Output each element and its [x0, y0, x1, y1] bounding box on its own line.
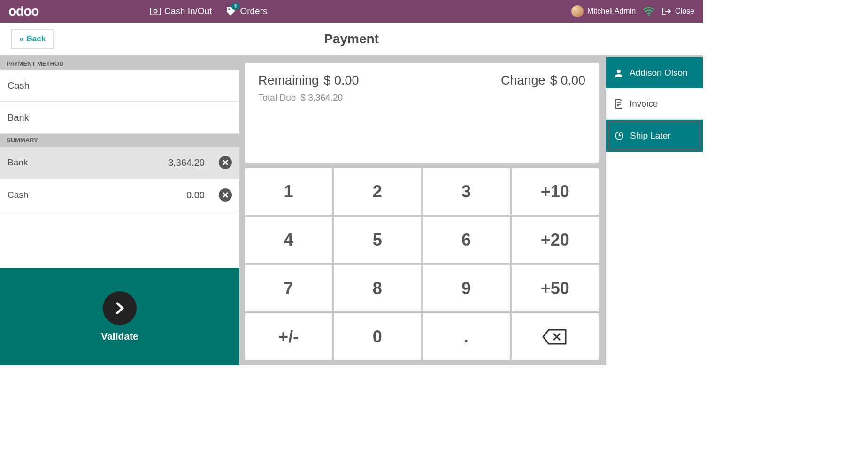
close-button[interactable]: Close	[662, 7, 694, 16]
summary-row-cash[interactable]: Cash 0.00	[0, 179, 239, 211]
user-name-label: Mitchell Admin	[587, 7, 636, 16]
summary-amount: 0.00	[186, 190, 205, 201]
numpad-2[interactable]: 2	[334, 168, 421, 215]
payment-method-header: PAYMENT METHOD	[0, 57, 239, 70]
remaining-label: Remaining	[258, 73, 319, 87]
summary-header: SUMMARY	[0, 134, 239, 147]
sign-out-icon	[662, 7, 671, 16]
subheader: « Back Payment	[0, 23, 703, 57]
summary-label: Bank	[8, 157, 168, 168]
orders-badge: 1	[231, 3, 240, 10]
validate-label: Validate	[101, 331, 138, 342]
avatar	[571, 5, 584, 17]
backspace-icon	[542, 328, 568, 345]
payment-method-bank[interactable]: Bank	[0, 102, 239, 134]
close-icon	[222, 159, 229, 166]
close-icon	[222, 192, 229, 198]
delete-line-button[interactable]	[219, 188, 232, 202]
svg-point-2	[229, 8, 230, 10]
ship-later-button[interactable]: Ship Later	[606, 120, 703, 152]
total-due-label: Total Due	[258, 93, 296, 103]
odoo-logo[interactable]: odoo	[8, 4, 38, 19]
orders-button[interactable]: 1 Orders	[226, 6, 267, 16]
customer-button[interactable]: Addison Olson	[606, 57, 703, 88]
svg-point-4	[617, 70, 621, 73]
back-button[interactable]: « Back	[11, 29, 54, 49]
validate-button[interactable]: Validate	[0, 268, 239, 365]
change-value: $ 0.00	[550, 73, 585, 87]
page-title: Payment	[324, 31, 379, 47]
numpad-9[interactable]: 9	[423, 265, 510, 311]
remaining-value: $ 0.00	[324, 73, 359, 87]
numpad-plus10[interactable]: +10	[512, 168, 599, 215]
ship-later-label: Ship Later	[630, 131, 671, 141]
numpad-3[interactable]: 3	[423, 168, 510, 215]
delete-line-button[interactable]	[219, 156, 232, 169]
payment-status-panel: Remaining $ 0.00 Change $ 0.00 Total Due…	[245, 63, 599, 163]
svg-point-3	[648, 14, 650, 16]
numpad-1[interactable]: 1	[245, 168, 332, 215]
numpad-dot[interactable]: .	[423, 313, 510, 360]
numpad-backspace[interactable]	[512, 313, 599, 360]
numpad-plus20[interactable]: +20	[512, 217, 599, 263]
summary-label: Cash	[8, 190, 186, 200]
back-label: Back	[26, 34, 46, 44]
cash-icon	[150, 8, 161, 15]
document-icon	[615, 99, 623, 109]
chevron-left-icon: «	[19, 34, 23, 44]
chevron-right-icon	[103, 291, 137, 325]
summary-amount: 3,364.20	[168, 157, 205, 168]
numpad-5[interactable]: 5	[334, 217, 421, 263]
orders-icon-wrap: 1	[226, 6, 236, 16]
numpad-6[interactable]: 6	[423, 217, 510, 263]
summary-row-bank[interactable]: Bank 3,364.20	[0, 147, 239, 179]
invoice-label: Invoice	[630, 99, 658, 109]
user-menu[interactable]: Mitchell Admin	[571, 5, 636, 17]
center-column: Remaining $ 0.00 Change $ 0.00 Total Due…	[239, 57, 604, 365]
numpad-4[interactable]: 4	[245, 217, 332, 263]
change-label: Change	[501, 73, 545, 87]
numpad-7[interactable]: 7	[245, 265, 332, 311]
svg-rect-0	[151, 8, 161, 15]
cash-in-out-label: Cash In/Out	[164, 6, 212, 16]
right-column: Addison Olson Invoice Ship Later	[604, 57, 703, 365]
wifi-icon	[643, 7, 654, 16]
svg-point-1	[154, 10, 157, 13]
numpad-plusminus[interactable]: +/-	[245, 313, 332, 360]
main: PAYMENT METHOD Cash Bank SUMMARY Bank 3,…	[0, 57, 703, 365]
left-column: PAYMENT METHOD Cash Bank SUMMARY Bank 3,…	[0, 57, 239, 365]
numpad-0[interactable]: 0	[334, 313, 421, 360]
total-due-value: $ 3,364.20	[300, 93, 343, 103]
invoice-button[interactable]: Invoice	[606, 88, 703, 120]
numpad-8[interactable]: 8	[334, 265, 421, 311]
payment-method-cash[interactable]: Cash	[0, 70, 239, 102]
user-icon	[615, 69, 623, 77]
orders-label: Orders	[240, 6, 267, 16]
numpad-plus50[interactable]: +50	[512, 265, 599, 311]
numpad: 1 2 3 +10 4 5 6 +20 7 8 9 +50 +/- 0 .	[245, 168, 599, 360]
header-right: Mitchell Admin Close	[571, 5, 694, 17]
cash-in-out-button[interactable]: Cash In/Out	[150, 6, 212, 16]
app-header: odoo Cash In/Out 1 Orders Mitchell Admin	[0, 0, 703, 23]
header-center: Cash In/Out 1 Orders	[150, 6, 267, 16]
clock-icon	[615, 132, 623, 140]
close-label: Close	[675, 7, 694, 16]
customer-name: Addison Olson	[630, 68, 688, 78]
